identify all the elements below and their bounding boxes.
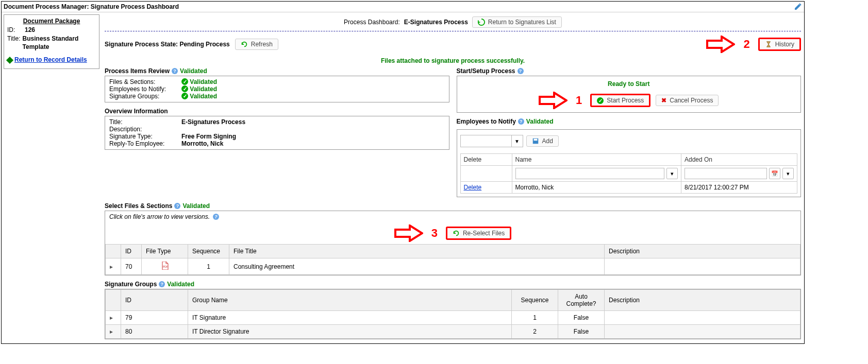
sg-name: IT Signature — [188, 311, 512, 325]
save-icon — [532, 137, 539, 145]
arrow-annotation-icon — [539, 92, 567, 109]
calendar-icon[interactable]: 📅 — [769, 168, 780, 179]
sg-panel: ID Group Name Sequence Auto Complete? De… — [105, 289, 801, 339]
overview-title-label: Title: — [109, 118, 181, 126]
expander-icon[interactable]: ▸ — [106, 311, 121, 325]
state-value: Pending Process — [179, 41, 229, 48]
sg-status: Validated — [167, 281, 194, 288]
table-row: ▸ 80 IT Director Signature 2 False — [106, 325, 800, 339]
start-heading: Start/Setup Process ? — [457, 66, 802, 76]
cancel-process-button[interactable]: ✖ Cancel Process — [656, 95, 719, 106]
reselect-files-button[interactable]: Re-Select Files — [446, 227, 511, 240]
help-icon[interactable]: ? — [518, 68, 524, 74]
check-icon: ✓ — [181, 85, 188, 92]
arrow-annotation-icon — [706, 36, 735, 53]
table-row: ▸ 79 IT Signature 1 False — [106, 311, 800, 325]
package-id-label: ID: — [7, 26, 25, 34]
return-to-signatures-button[interactable]: Return to Signatures List — [472, 16, 562, 28]
sg-id: 80 — [121, 325, 188, 339]
delete-link[interactable]: Delete — [464, 184, 482, 191]
sg-desc — [605, 311, 800, 325]
expander-icon[interactable]: ▸ — [106, 325, 121, 339]
table-row: ▸ 70 PDF 1 Consulting Agreement — [106, 258, 800, 275]
file-id: 70 — [121, 258, 142, 275]
overview-title: E-Signatures Process — [181, 118, 245, 126]
review-heading: Process Items Review ? Validated — [105, 66, 449, 76]
package-id: 126 — [25, 26, 35, 34]
refresh-button[interactable]: Refresh — [235, 39, 278, 50]
name-filter-input[interactable] — [515, 168, 665, 179]
start-process-button[interactable]: ✓ Start Process — [590, 94, 650, 107]
hourglass-icon — [765, 41, 772, 48]
refresh-label: Refresh — [251, 41, 273, 48]
check-icon: ✓ — [181, 78, 188, 85]
diamond-icon — [6, 57, 13, 64]
dashboard-name: E-Signatures Process — [404, 19, 468, 26]
add-employee-button[interactable]: Add — [526, 135, 559, 147]
check-icon: ✓ — [597, 97, 604, 104]
col-expander — [106, 290, 121, 311]
sg-auto: False — [558, 311, 605, 325]
col-expander — [106, 245, 121, 258]
title-bar: Document Process Manager: Signature Proc… — [2, 2, 804, 12]
sg-id: 79 — [121, 311, 188, 325]
sg-desc — [605, 325, 800, 339]
start-panel: Ready to Start 1 ✓ Start Process ✖ Cance… — [457, 76, 802, 113]
expander-icon[interactable]: ▸ — [106, 258, 121, 275]
review-row-1-status: Validated — [190, 85, 217, 93]
return-to-record-link[interactable]: Return to Record Details — [7, 56, 96, 64]
employee-combobox[interactable]: ▼ — [460, 135, 523, 147]
help-icon[interactable]: ? — [518, 118, 524, 125]
employees-table: Delete Name Added On ▾ 📅▾ — [460, 153, 798, 194]
review-row-1-label: Employees to Notify: — [109, 85, 181, 93]
col-type: File Type — [142, 245, 188, 258]
app-window: Document Process Manager: Signature Proc… — [1, 1, 805, 344]
col-sg-name: Group Name — [188, 290, 512, 311]
left-pane: Process Items Review ? Validated Files &… — [105, 66, 449, 150]
history-button[interactable]: History — [758, 38, 801, 51]
files-hint-text: Click on file's arrow to view versions. — [109, 213, 210, 220]
col-added: Added On — [681, 154, 797, 166]
overview-sigtype-label: Signature Type: — [109, 133, 181, 140]
file-desc — [605, 258, 800, 275]
start-process-label: Start Process — [607, 97, 644, 104]
help-icon[interactable]: ? — [174, 203, 180, 209]
review-row-2-status: Validated — [190, 93, 217, 100]
file-type-cell: PDF — [142, 258, 188, 275]
added-filter-input[interactable] — [685, 168, 767, 179]
help-icon[interactable]: ? — [213, 214, 219, 220]
review-panel: Files & Sections:✓ Validated Employees t… — [105, 76, 449, 102]
employee-input[interactable] — [460, 135, 512, 147]
dropdown-icon[interactable]: ▼ — [512, 135, 523, 147]
filter-icon[interactable]: ▾ — [782, 168, 794, 179]
add-employee-label: Add — [542, 137, 553, 145]
package-title: Business Standard Template — [23, 34, 96, 52]
filter-icon[interactable]: ▾ — [666, 168, 678, 179]
col-sg-desc: Description — [605, 290, 800, 311]
sg-auto: False — [558, 325, 605, 339]
employees-heading: Employees to Notify ? Validated — [457, 117, 802, 126]
reselect-files-label: Re-Select Files — [463, 230, 505, 237]
two-column-area: Process Items Review ? Validated Files &… — [105, 66, 801, 197]
history-label: History — [775, 41, 794, 48]
svg-rect-1 — [533, 139, 537, 141]
edit-icon[interactable] — [794, 3, 802, 11]
dashboard-header: Process Dashboard: E-Signatures Process … — [105, 14, 801, 29]
review-row-2-label: Signature Groups: — [109, 93, 181, 100]
annotation-number-3: 3 — [431, 227, 438, 240]
file-title: Consulting Agreement — [229, 258, 605, 275]
row-name: Morrotto, Nick — [512, 182, 681, 194]
review-row-0-label: Files & Sections: — [109, 78, 181, 85]
document-package-panel: Document Package ID:126 Title:Business S… — [4, 14, 99, 69]
divider — [105, 31, 801, 31]
col-delete: Delete — [460, 154, 512, 166]
return-to-signatures-label: Return to Signatures List — [488, 19, 556, 26]
overview-reply-label: Reply-To Employee: — [109, 140, 181, 147]
help-icon[interactable]: ? — [159, 281, 165, 287]
help-icon[interactable]: ? — [172, 68, 178, 74]
history-annotation: 2 History — [706, 36, 801, 53]
main-area: Process Dashboard: E-Signatures Process … — [102, 12, 804, 343]
review-status: Validated — [180, 67, 207, 75]
col-sg-id: ID — [121, 290, 188, 311]
start-heading-label: Start/Setup Process — [457, 67, 515, 75]
